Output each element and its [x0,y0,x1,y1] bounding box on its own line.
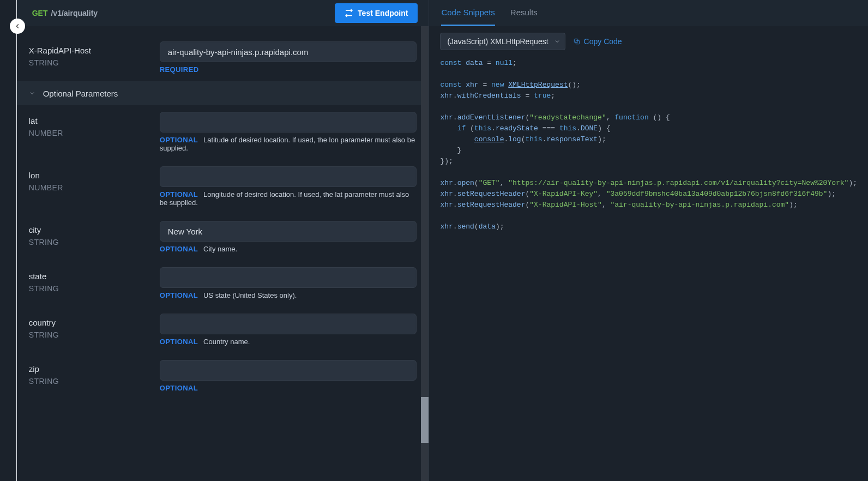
param-meta: OPTIONALLongitude of desired location. I… [160,190,417,207]
param-label-col: X-RapidAPI-Host STRING [29,41,160,74]
param-row-host: X-RapidAPI-Host STRING REQUIRED [17,26,429,81]
back-button[interactable] [10,19,25,34]
copy-code-button[interactable]: Copy Code [573,37,622,46]
optional-badge: OPTIONAL [160,291,198,299]
swap-icon [345,9,353,17]
center-pane: GET /v1/airquality Test Endpoint X-Rapid… [16,0,430,481]
param-meta: OPTIONALLatitude of desired location. If… [160,136,417,152]
param-meta: REQUIRED [160,65,417,74]
state-input[interactable] [160,267,417,288]
param-name: state [29,272,160,281]
param-name: zip [29,364,160,374]
param-label-col: citySTRING [29,221,160,253]
param-input-col: OPTIONAL [160,360,417,392]
param-name: country [29,318,160,327]
country-input[interactable] [160,314,417,334]
param-type: STRING [29,284,160,293]
right-pane: Code Snippets Results (JavaScript) XMLHt… [429,0,868,481]
app-root: GET /v1/airquality Test Endpoint X-Rapid… [0,0,868,481]
param-input-col: OPTIONALCountry name. [160,314,417,346]
tab-results[interactable]: Results [510,0,538,26]
param-input-col: OPTIONALLongitude of desired location. I… [160,166,417,207]
param-type: STRING [29,330,160,339]
param-meta: OPTIONALCountry name. [160,338,417,346]
param-type: STRING [29,238,160,246]
param-label-col: lonNUMBER [29,166,160,207]
language-select-label: (JavaScript) XMLHttpRequest [447,37,548,46]
param-label-col: latNUMBER [29,112,160,152]
section-title: Optional Parameters [43,89,118,98]
lon-input[interactable] [160,166,417,187]
param-row-country: countrySTRINGOPTIONALCountry name. [17,307,429,353]
lat-input[interactable] [160,112,417,133]
center-header: GET /v1/airquality Test Endpoint [17,0,429,26]
param-name: X-RapidAPI-Host [29,46,160,55]
required-badge: REQUIRED [160,65,199,74]
param-meta: OPTIONALCity name. [160,245,417,253]
optional-badge: OPTIONAL [160,338,198,346]
test-endpoint-button[interactable]: Test Endpoint [335,3,418,23]
param-desc: City name. [203,245,237,253]
param-row-lon: lonNUMBEROPTIONALLongitude of desired lo… [17,160,429,214]
chevron-down-icon [29,90,35,97]
param-type: NUMBER [29,183,160,192]
copy-code-label: Copy Code [584,37,622,46]
param-label-col: stateSTRING [29,267,160,299]
param-meta: OPTIONAL [160,384,417,392]
optional-section-header[interactable]: Optional Parameters [17,81,429,105]
code-snippet[interactable]: const data = null; const xhr = new XMLHt… [429,57,868,481]
param-row-lat: latNUMBEROPTIONALLatitude of desired loc… [17,105,429,160]
optional-badge: OPTIONAL [160,245,198,253]
param-label-col: countrySTRING [29,314,160,346]
endpoint-title: GET /v1/airquality [32,9,98,17]
test-endpoint-label: Test Endpoint [358,9,408,17]
copy-icon [573,38,581,45]
scrollbar-thumb[interactable] [421,397,429,443]
endpoint-path: /v1/airquality [51,9,98,17]
scrollbar-track[interactable] [421,26,429,481]
param-input-col: REQUIRED [160,41,417,74]
http-method: GET [32,9,48,17]
snippet-toolbar: (JavaScript) XMLHttpRequest Copy Code [429,26,868,57]
optional-badge: OPTIONAL [160,136,198,144]
chevron-down-icon [554,38,560,45]
param-desc: US state (United States only). [203,291,297,299]
left-rail [0,0,16,481]
param-row-state: stateSTRINGOPTIONALUS state (United Stat… [17,261,429,307]
optional-badge: OPTIONAL [160,190,198,199]
language-select[interactable]: (JavaScript) XMLHttpRequest [440,33,565,50]
chevron-left-icon [14,22,21,30]
param-name: lon [29,171,160,180]
param-input-col: OPTIONALLatitude of desired location. If… [160,112,417,152]
host-input[interactable] [160,41,417,62]
param-type: STRING [29,377,160,386]
param-type: NUMBER [29,129,160,137]
right-tabs: Code Snippets Results [429,0,868,26]
param-label-col: zipSTRING [29,360,160,392]
optional-badge: OPTIONAL [160,384,198,392]
tab-code-snippets[interactable]: Code Snippets [441,0,495,26]
city-input[interactable] [160,221,417,242]
param-input-col: OPTIONALCity name. [160,221,417,253]
param-input-col: OPTIONALUS state (United States only). [160,267,417,299]
param-name: city [29,225,160,235]
zip-input[interactable] [160,360,417,381]
param-row-city: citySTRINGOPTIONALCity name. [17,214,429,261]
param-meta: OPTIONALUS state (United States only). [160,291,417,299]
param-name: lat [29,116,160,125]
param-row-zip: zipSTRINGOPTIONAL [17,353,429,400]
param-desc: Country name. [203,338,250,346]
param-type: STRING [29,58,160,67]
params-scroll[interactable]: X-RapidAPI-Host STRING REQUIRED Optional… [17,26,429,481]
